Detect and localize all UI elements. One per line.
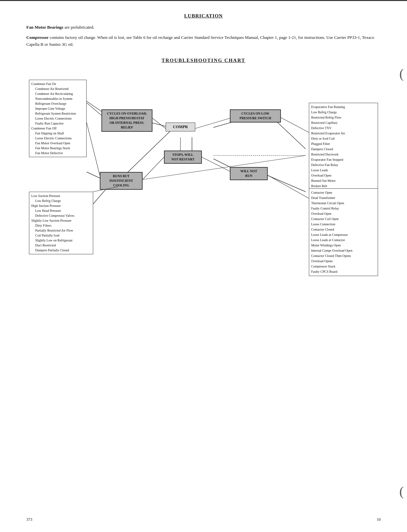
lb-line-3: High Suction Pressure — [31, 203, 91, 208]
rb1-line-10: Restricted Ductwork — [311, 152, 376, 157]
page: LUBRICATION Fan Motor Bearings are prelu… — [0, 0, 407, 532]
rb1-line-7: Dirty or Iced Coil — [311, 136, 376, 141]
lb-line-6: Slightly Low Suction Pressure — [31, 218, 91, 223]
bracket-right-top: ( — [399, 66, 404, 81]
left-box-line-6: Improper Line Voltage — [31, 106, 84, 111]
node-cycles-high: CYCLES ON OVERLOAD, HIGH PRESSURESTAT OR… — [101, 109, 152, 132]
lb-line-8: Partially Restricted Air Flow — [31, 228, 91, 233]
svg-line-16 — [143, 157, 164, 180]
node-cycles-high-text: CYCLES ON OVERLOAD, — [105, 111, 149, 116]
footer-page-number-right: 10 — [377, 517, 381, 522]
rb2-line-9: Loose Leads at Compressor — [311, 232, 376, 238]
chart-section: TROUBLESHOOTING CHART → — [26, 58, 381, 267]
svg-line-11 — [87, 103, 101, 115]
left-box-line-11: Fan Slipping on Shaft — [31, 131, 84, 136]
rb1-line-2: Low Refrig Charge — [311, 110, 376, 115]
rb2-line-6: Contactor Coil Open — [311, 216, 376, 222]
svg-line-13 — [152, 118, 166, 128]
chart-container: Condenser Fan On Condenser Air Restricte… — [29, 70, 378, 267]
right-box-2: Contactor Open Dead Transformer Thermost… — [309, 188, 378, 276]
left-box-line-2: Condenser Air Restricted — [31, 86, 84, 91]
rb1-line-4: Restricted Capillary — [311, 120, 376, 126]
left-box-line-10: Condenser Fan Off — [31, 126, 84, 131]
rb1-line-6: Restricted Evaporator Air — [311, 131, 376, 136]
rb1-line-12: Defective Fan Relay — [311, 162, 376, 168]
left-top-box: Condenser Fan On Condenser Air Restricte… — [29, 80, 87, 157]
left-box-line-14: Fan Motor Bearings Stuck — [31, 146, 84, 151]
lb-line-9: Coil Partially Iced — [31, 233, 91, 238]
lubrication-title: LUBRICATION — [26, 13, 381, 19]
fan-motor-paragraph: Fan Motor Bearings are prelubricated. — [26, 24, 381, 31]
page-footer: 373 10 — [26, 517, 381, 522]
rb1-line-9: Dampers Closed — [311, 147, 376, 152]
rb1-line-15: Burned Out Motor — [311, 178, 376, 183]
svg-line-20 — [268, 175, 309, 198]
rb1-line-5: Defective TXV — [311, 126, 376, 131]
rb2-line-10: Loose Leads at Contactor — [311, 238, 376, 243]
rb2-line-14: Overload Opens — [311, 259, 376, 264]
rb2-line-2: Dead Transformer — [311, 195, 376, 201]
compressor-paragraph: Compressor contains factory oil charge. … — [26, 34, 381, 48]
left-box-line-4: Noncondensables in System — [31, 96, 84, 101]
svg-line-19 — [281, 118, 309, 132]
svg-line-5 — [121, 131, 171, 179]
rb2-line-11: Motor Windings Open — [311, 243, 376, 248]
svg-line-12 — [87, 123, 100, 175]
footer-page-number-left: 373 — [26, 517, 32, 522]
lb-line-11: Duct Restricted — [31, 243, 91, 248]
rb2-line-3: Thermostat Circuit Open — [311, 201, 376, 206]
lb-line-2: Low Refrig Charge — [31, 198, 91, 203]
lb-line-5: Defective Compressor Valves — [31, 213, 91, 218]
left-box-line-9: Faulty Run Capacitor — [31, 121, 84, 126]
left-box-line-1: Condenser Fan On — [31, 81, 84, 86]
chart-title: TROUBLESHOOTING CHART — [26, 58, 381, 63]
lb-line-4: Low Head Pressure — [31, 208, 91, 213]
rb1-line-8: Plugged Filter — [311, 141, 376, 147]
node-cycles-low: CYCLES ON LOW PRESSURE SWITCH — [230, 109, 281, 123]
node-compr-text: COMPR — [169, 124, 192, 130]
node-compr: COMPR — [166, 123, 195, 131]
rb2-line-8: Contactor Closed — [311, 227, 376, 232]
node-will-not-run: WILL NOT RUN — [230, 167, 268, 180]
rb1-line-13: Loose Leads — [311, 168, 376, 173]
rb2-line-1: Contactor Open — [311, 190, 376, 195]
lb-line-1: Low Suction Pressure — [31, 193, 91, 198]
rb2-line-15: Compressor Stuck — [311, 264, 376, 269]
bracket-right-bottom: ( — [399, 484, 404, 499]
rb1-line-16: Broken Belt — [311, 183, 376, 189]
rb1-line-14: Overload Open — [311, 173, 376, 178]
svg-line-17 — [202, 157, 230, 171]
rb1-line-1: Evaporative Fan Running — [311, 104, 376, 110]
right-box-1: Evaporative Fan Running Low Refrig Charg… — [309, 103, 378, 190]
rb2-line-16: Faulty CPCS Board — [311, 269, 376, 274]
left-bottom-box: Low Suction Pressure Low Refrig Charge H… — [29, 192, 93, 254]
rb1-line-3: Restricted Refrig Flow — [311, 115, 376, 120]
rb2-line-4: Faulty Control Relay — [311, 206, 376, 211]
node-stops: STOPS, WILL NOT RESTART — [164, 151, 202, 164]
rb2-line-12: Internal Compr Overload Open — [311, 248, 376, 253]
lb-line-7: Dirty Filters — [31, 223, 91, 228]
left-box-line-5: Refrigerant Overcharge — [31, 101, 84, 106]
rb2-line-5: Overload Open — [311, 211, 376, 216]
left-box-line-15: Fan Motor Defective — [31, 151, 84, 155]
node-runs-but: RUNS BUT INSUFFICIENT COOLING — [100, 172, 143, 190]
left-box-line-8: Loose Electric Connections — [31, 116, 84, 121]
svg-line-14 — [195, 118, 230, 128]
svg-line-8 — [276, 121, 306, 149]
rb2-line-13: Contactor Closed Then Opens — [311, 253, 376, 259]
lb-line-10: Slightly Low on Refrigerant — [31, 238, 91, 243]
left-box-line-13: Fan Motor Overload Open — [31, 141, 84, 146]
rb1-line-11: Evaporator Fan Stopped — [311, 157, 376, 162]
lubrication-section: LUBRICATION Fan Motor Bearings are prelu… — [26, 13, 381, 48]
left-box-line-7: Refrigerant System Restriction — [31, 111, 84, 116]
lb-line-12: Dampers Partially Closed — [31, 248, 91, 253]
left-box-line-12: Loose Electric Connections — [31, 136, 84, 141]
rb2-line-7: Loose Connection — [311, 222, 376, 227]
left-box-line-3: Condenser Air Recirculating — [31, 91, 84, 96]
